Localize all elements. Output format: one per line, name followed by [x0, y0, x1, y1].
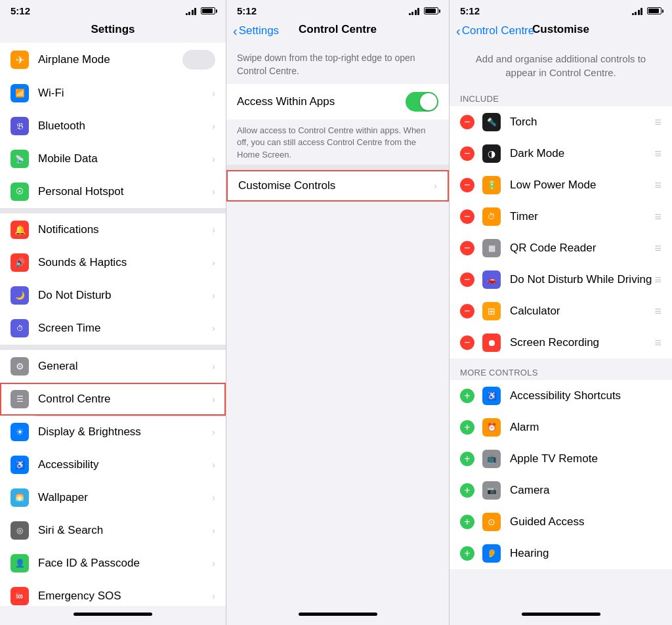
- accessibility-add-button[interactable]: [460, 389, 474, 403]
- screen-recording-reorder-icon[interactable]: ≡: [654, 336, 662, 350]
- airplane-mode-label: Airplane Mode: [38, 53, 182, 66]
- home-indicator-2: [299, 613, 377, 616]
- sidebar-item-wallpaper[interactable]: 🌅 Wallpaper ›: [0, 481, 226, 514]
- more-item-accessibility[interactable]: ♿ Accessibility Shortcuts: [450, 380, 672, 412]
- accessibility-icon: ♿: [10, 456, 29, 474]
- cc-title: Control Centre: [299, 23, 377, 35]
- timer-reorder-icon[interactable]: ≡: [654, 210, 662, 224]
- customise-nav-header: ‹ Control Centre Customise: [450, 19, 672, 43]
- display-icon: ☀: [10, 423, 29, 441]
- low-power-remove-button[interactable]: [460, 178, 474, 192]
- cc-customise-section: Customise Controls ›: [226, 170, 449, 202]
- qr-reader-remove-button[interactable]: [460, 241, 474, 255]
- timer-remove-button[interactable]: [460, 209, 474, 224]
- customise-back-label: Control Centre: [462, 24, 535, 37]
- siri-icon: ◎: [10, 521, 29, 540]
- cc-access-label: Access Within Apps: [237, 95, 406, 108]
- alarm-icon: ⏰: [482, 418, 501, 437]
- settings-scroll[interactable]: ✈ Airplane Mode 📶 Wi-Fi › 𝔅 Bluetooth › …: [0, 43, 226, 606]
- sounds-icon: 🔊: [10, 253, 29, 272]
- calculator-label: Calculator: [510, 305, 654, 318]
- cc-customise-item[interactable]: Customise Controls ›: [226, 170, 449, 202]
- torch-reorder-icon[interactable]: ≡: [654, 116, 662, 129]
- sidebar-item-face-id[interactable]: 👤 Face ID & Passcode ›: [0, 547, 226, 580]
- sidebar-item-display-brightness[interactable]: ☀ Display & Brightness ›: [0, 416, 226, 448]
- more-item-alarm[interactable]: ⏰ Alarm: [450, 412, 672, 443]
- include-item-timer[interactable]: ⏱ Timer ≡: [450, 201, 672, 232]
- more-item-apple-tv[interactable]: 📺 Apple TV Remote: [450, 443, 672, 475]
- bluetooth-label: Bluetooth: [38, 119, 212, 133]
- dnd-driving-remove-button[interactable]: [460, 272, 474, 287]
- include-item-torch[interactable]: 🔦 Torch ≡: [450, 106, 672, 138]
- sidebar-item-do-not-disturb[interactable]: 🌙 Do Not Disturb ›: [0, 279, 226, 312]
- dnd-driving-reorder-icon[interactable]: ≡: [654, 273, 662, 287]
- torch-remove-button[interactable]: [460, 115, 474, 129]
- include-item-calculator[interactable]: ⊞ Calculator ≡: [450, 295, 672, 327]
- cc-scroll[interactable]: Swipe down from the top-right edge to op…: [226, 43, 449, 606]
- hearing-add-button[interactable]: [460, 546, 474, 561]
- display-label: Display & Brightness: [38, 425, 212, 439]
- sidebar-item-accessibility[interactable]: ♿ Accessibility ›: [0, 448, 226, 481]
- sidebar-item-sounds[interactable]: 🔊 Sounds & Haptics ›: [0, 246, 226, 279]
- more-item-hearing[interactable]: 👂 Hearing: [450, 538, 672, 569]
- cc-back-chevron-icon: ‹: [233, 24, 238, 37]
- sidebar-item-mobile-data[interactable]: 📡 Mobile Data ›: [0, 142, 226, 175]
- general-label: General: [38, 360, 212, 373]
- customise-panel: 5:12 ‹ Control Centre Customise Add and …: [450, 0, 672, 625]
- sidebar-item-bluetooth[interactable]: 𝔅 Bluetooth ›: [0, 110, 226, 142]
- customise-back-button[interactable]: ‹ Control Centre: [456, 24, 534, 37]
- bottom-bar-3: [450, 606, 672, 625]
- more-item-guided-access[interactable]: ⊙ Guided Access: [450, 506, 672, 538]
- sidebar-item-general[interactable]: ⚙ General ›: [0, 350, 226, 383]
- cc-nav-header: ‹ Settings Control Centre: [226, 19, 449, 43]
- qr-reader-reorder-icon[interactable]: ≡: [654, 242, 662, 255]
- customise-scroll[interactable]: Add and organise additional controls to …: [450, 43, 672, 606]
- cc-access-section: Access Within Apps: [226, 84, 449, 119]
- customise-back-chevron-icon: ‹: [456, 24, 461, 37]
- include-item-dnd-driving[interactable]: 🚗 Do Not Disturb While Driving ≡: [450, 264, 672, 295]
- battery-icon-3: [647, 7, 662, 14]
- sidebar-item-control-centre[interactable]: ☰ Control Centre ›: [0, 383, 226, 416]
- include-item-screen-recording[interactable]: ⏺ Screen Recording ≡: [450, 327, 672, 358]
- dark-mode-reorder-icon[interactable]: ≡: [654, 147, 662, 161]
- calculator-reorder-icon[interactable]: ≡: [654, 305, 662, 318]
- include-list: 🔦 Torch ≡ ◑ Dark Mode ≡ 🔋 Low Power Mode…: [450, 106, 672, 358]
- include-item-dark-mode[interactable]: ◑ Dark Mode ≡: [450, 138, 672, 169]
- status-time-3: 5:12: [460, 5, 480, 16]
- sidebar-item-wifi[interactable]: 📶 Wi-Fi ›: [0, 77, 226, 110]
- screen-time-label: Screen Time: [38, 322, 212, 335]
- cc-back-button[interactable]: ‹ Settings: [233, 24, 279, 37]
- sidebar-item-screen-time[interactable]: ⏱ Screen Time ›: [0, 312, 226, 345]
- screen-recording-remove-button[interactable]: [460, 335, 474, 350]
- apple-tv-add-button[interactable]: [460, 452, 474, 466]
- more-item-camera[interactable]: 📷 Camera: [450, 475, 672, 506]
- personal-hotspot-icon: ⦿: [10, 183, 29, 201]
- low-power-reorder-icon[interactable]: ≡: [654, 179, 662, 192]
- cc-access-desc: Allow access to Control Centre within ap…: [226, 119, 449, 165]
- sidebar-item-airplane-mode[interactable]: ✈ Airplane Mode: [0, 43, 226, 77]
- include-item-qr-reader[interactable]: ▦ QR Code Reader ≡: [450, 232, 672, 264]
- sidebar-item-siri[interactable]: ◎ Siri & Search ›: [0, 514, 226, 547]
- alarm-add-button[interactable]: [460, 420, 474, 435]
- settings-group-1: ✈ Airplane Mode 📶 Wi-Fi › 𝔅 Bluetooth › …: [0, 43, 226, 208]
- sidebar-item-personal-hotspot[interactable]: ⦿ Personal Hotspot ›: [0, 175, 226, 208]
- dnd-driving-icon: 🚗: [482, 270, 501, 289]
- sidebar-item-notifications[interactable]: 🔔 Notifications ›: [0, 213, 226, 246]
- camera-add-button[interactable]: [460, 483, 474, 498]
- include-section-label: INCLUDE: [450, 89, 672, 106]
- settings-title: Settings: [91, 23, 135, 35]
- accessibility-shortcuts-icon: ♿: [482, 387, 501, 405]
- sidebar-item-emergency-sos[interactable]: 🆘 Emergency SOS ›: [0, 580, 226, 606]
- settings-panel: 5:12 Settings ✈ Airplane Mode 📶: [0, 0, 226, 625]
- hearing-label: Hearing: [510, 547, 662, 560]
- guided-access-add-button[interactable]: [460, 515, 474, 529]
- wallpaper-chevron-icon: ›: [212, 492, 215, 503]
- cc-access-toggle[interactable]: [406, 92, 438, 112]
- cc-access-item[interactable]: Access Within Apps: [226, 84, 449, 119]
- include-item-low-power[interactable]: 🔋 Low Power Mode ≡: [450, 169, 672, 201]
- status-bar-1: 5:12: [0, 0, 226, 19]
- airplane-mode-toggle[interactable]: [182, 50, 215, 70]
- cc-divider: [226, 165, 449, 170]
- dark-mode-remove-button[interactable]: [460, 146, 474, 161]
- calculator-remove-button[interactable]: [460, 304, 474, 318]
